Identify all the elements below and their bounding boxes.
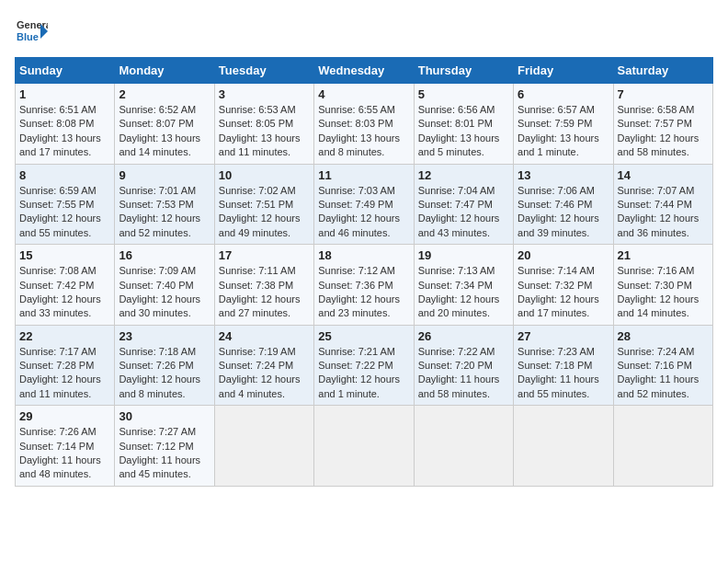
table-row [613, 406, 712, 487]
page-header: General Blue [15, 15, 713, 48]
table-row: 18Sunrise: 7:12 AMSunset: 7:36 PMDayligh… [314, 245, 414, 326]
day-number: 7 [618, 87, 709, 101]
day-number: 22 [19, 329, 110, 343]
day-number: 10 [219, 168, 310, 182]
table-row [514, 406, 613, 487]
table-row: 17Sunrise: 7:11 AMSunset: 7:38 PMDayligh… [214, 245, 313, 326]
day-info: Sunrise: 7:16 AMSunset: 7:30 PMDaylight:… [618, 264, 709, 321]
table-row: 7Sunrise: 6:58 AMSunset: 7:57 PMDaylight… [613, 84, 712, 165]
day-info: Sunrise: 6:55 AMSunset: 8:03 PMDaylight:… [318, 103, 409, 160]
day-info: Sunrise: 7:01 AMSunset: 7:53 PMDaylight:… [119, 184, 210, 241]
day-info: Sunrise: 6:56 AMSunset: 8:01 PMDaylight:… [418, 103, 509, 160]
day-info: Sunrise: 6:58 AMSunset: 7:57 PMDaylight:… [618, 103, 709, 160]
table-row: 25Sunrise: 7:21 AMSunset: 7:22 PMDayligh… [314, 325, 414, 406]
table-row [314, 406, 414, 487]
table-row: 6Sunrise: 6:57 AMSunset: 7:59 PMDaylight… [514, 84, 613, 165]
day-number: 15 [19, 248, 110, 262]
day-number: 23 [119, 329, 210, 343]
day-info: Sunrise: 7:18 AMSunset: 7:26 PMDaylight:… [119, 345, 210, 402]
day-info: Sunrise: 7:09 AMSunset: 7:40 PMDaylight:… [119, 264, 210, 321]
day-info: Sunrise: 7:07 AMSunset: 7:44 PMDaylight:… [618, 184, 709, 241]
calendar-table: SundayMondayTuesdayWednesdayThursdayFrid… [15, 57, 713, 487]
day-number: 29 [19, 409, 110, 423]
table-row: 27Sunrise: 7:23 AMSunset: 7:18 PMDayligh… [514, 325, 613, 406]
day-number: 8 [19, 168, 110, 182]
table-row: 19Sunrise: 7:13 AMSunset: 7:34 PMDayligh… [414, 245, 513, 326]
day-number: 20 [518, 248, 609, 262]
day-info: Sunrise: 7:27 AMSunset: 7:12 PMDaylight:… [119, 425, 210, 482]
table-row: 9Sunrise: 7:01 AMSunset: 7:53 PMDaylight… [115, 164, 214, 245]
day-info: Sunrise: 7:03 AMSunset: 7:49 PMDaylight:… [318, 184, 409, 241]
day-number: 14 [618, 168, 709, 182]
day-number: 21 [618, 248, 709, 262]
day-number: 11 [318, 168, 409, 182]
day-info: Sunrise: 7:06 AMSunset: 7:46 PMDaylight:… [518, 184, 609, 241]
day-number: 30 [119, 409, 210, 423]
table-row: 15Sunrise: 7:08 AMSunset: 7:42 PMDayligh… [16, 245, 115, 326]
day-info: Sunrise: 6:52 AMSunset: 8:07 PMDaylight:… [119, 103, 210, 160]
day-number: 13 [518, 168, 609, 182]
table-row: 12Sunrise: 7:04 AMSunset: 7:47 PMDayligh… [414, 164, 513, 245]
day-number: 18 [318, 248, 409, 262]
table-row: 4Sunrise: 6:55 AMSunset: 8:03 PMDaylight… [314, 84, 414, 165]
day-info: Sunrise: 7:17 AMSunset: 7:28 PMDaylight:… [19, 345, 110, 402]
table-row: 29Sunrise: 7:26 AMSunset: 7:14 PMDayligh… [16, 406, 115, 487]
day-info: Sunrise: 7:14 AMSunset: 7:32 PMDaylight:… [518, 264, 609, 321]
day-number: 17 [219, 248, 310, 262]
logo: General Blue [15, 15, 48, 48]
day-number: 12 [418, 168, 509, 182]
table-row: 16Sunrise: 7:09 AMSunset: 7:40 PMDayligh… [115, 245, 214, 326]
table-row: 20Sunrise: 7:14 AMSunset: 7:32 PMDayligh… [514, 245, 613, 326]
day-info: Sunrise: 6:59 AMSunset: 7:55 PMDaylight:… [19, 184, 110, 241]
day-number: 5 [418, 87, 509, 101]
table-row [214, 406, 313, 487]
day-number: 6 [518, 87, 609, 101]
day-info: Sunrise: 7:04 AMSunset: 7:47 PMDaylight:… [418, 184, 509, 241]
table-row: 22Sunrise: 7:17 AMSunset: 7:28 PMDayligh… [16, 325, 115, 406]
day-number: 1 [19, 87, 110, 101]
table-row: 30Sunrise: 7:27 AMSunset: 7:12 PMDayligh… [115, 406, 214, 487]
day-number: 24 [219, 329, 310, 343]
day-info: Sunrise: 7:24 AMSunset: 7:16 PMDaylight:… [618, 345, 709, 402]
day-info: Sunrise: 7:08 AMSunset: 7:42 PMDaylight:… [19, 264, 110, 321]
day-info: Sunrise: 7:23 AMSunset: 7:18 PMDaylight:… [518, 345, 609, 402]
column-header-friday: Friday [514, 58, 613, 84]
table-row [414, 406, 513, 487]
svg-text:Blue: Blue [17, 31, 39, 42]
column-header-tuesday: Tuesday [214, 58, 313, 84]
day-number: 2 [119, 87, 210, 101]
day-number: 28 [618, 329, 709, 343]
column-header-saturday: Saturday [613, 58, 712, 84]
day-info: Sunrise: 7:26 AMSunset: 7:14 PMDaylight:… [19, 425, 110, 482]
day-info: Sunrise: 6:57 AMSunset: 7:59 PMDaylight:… [518, 103, 609, 160]
table-row: 13Sunrise: 7:06 AMSunset: 7:46 PMDayligh… [514, 164, 613, 245]
day-info: Sunrise: 7:12 AMSunset: 7:36 PMDaylight:… [318, 264, 409, 321]
logo-svg: General Blue [15, 15, 48, 48]
table-row: 11Sunrise: 7:03 AMSunset: 7:49 PMDayligh… [314, 164, 414, 245]
day-info: Sunrise: 7:19 AMSunset: 7:24 PMDaylight:… [219, 345, 310, 402]
table-row: 8Sunrise: 6:59 AMSunset: 7:55 PMDaylight… [16, 164, 115, 245]
day-info: Sunrise: 6:51 AMSunset: 8:08 PMDaylight:… [19, 103, 110, 160]
day-number: 26 [418, 329, 509, 343]
column-header-thursday: Thursday [414, 58, 513, 84]
table-row: 10Sunrise: 7:02 AMSunset: 7:51 PMDayligh… [214, 164, 313, 245]
day-number: 19 [418, 248, 509, 262]
day-info: Sunrise: 7:11 AMSunset: 7:38 PMDaylight:… [219, 264, 310, 321]
table-row: 2Sunrise: 6:52 AMSunset: 8:07 PMDaylight… [115, 84, 214, 165]
table-row: 28Sunrise: 7:24 AMSunset: 7:16 PMDayligh… [613, 325, 712, 406]
table-row: 24Sunrise: 7:19 AMSunset: 7:24 PMDayligh… [214, 325, 313, 406]
day-number: 16 [119, 248, 210, 262]
day-number: 9 [119, 168, 210, 182]
day-number: 25 [318, 329, 409, 343]
day-info: Sunrise: 7:13 AMSunset: 7:34 PMDaylight:… [418, 264, 509, 321]
day-info: Sunrise: 6:53 AMSunset: 8:05 PMDaylight:… [219, 103, 310, 160]
column-header-sunday: Sunday [16, 58, 115, 84]
table-row: 3Sunrise: 6:53 AMSunset: 8:05 PMDaylight… [214, 84, 313, 165]
column-header-monday: Monday [115, 58, 214, 84]
column-header-wednesday: Wednesday [314, 58, 414, 84]
day-number: 3 [219, 87, 310, 101]
day-info: Sunrise: 7:22 AMSunset: 7:20 PMDaylight:… [418, 345, 509, 402]
table-row: 21Sunrise: 7:16 AMSunset: 7:30 PMDayligh… [613, 245, 712, 326]
table-row: 26Sunrise: 7:22 AMSunset: 7:20 PMDayligh… [414, 325, 513, 406]
day-number: 4 [318, 87, 409, 101]
